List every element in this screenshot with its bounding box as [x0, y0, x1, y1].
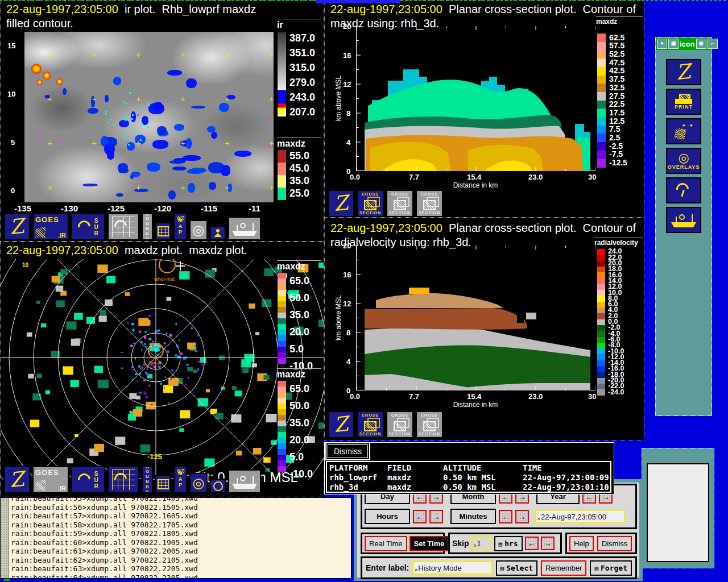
ppi-window: 22-aug-1997,23:05:00 maxdz plot. maxdz p…	[0, 242, 324, 497]
xs1-title-line2: maxdz using: rhb_3d.	[330, 17, 439, 30]
skip-back-button[interactable]: ←	[525, 537, 539, 550]
radar-overlay-speck	[140, 109, 142, 110]
overlays-button[interactable]: ◎OVERLAYS	[666, 148, 701, 174]
ship-button[interactable]	[228, 469, 261, 493]
table-cell: maxdz	[387, 473, 411, 482]
circle-button[interactable]	[210, 479, 226, 493]
cube-button[interactable]: CROSSSECTION	[416, 411, 443, 438]
zebra-desktop: 22-aug-1997,23:05:00 ir plot. Rhb_lowprf…	[0, 0, 728, 582]
rings-button[interactable]: ◎	[189, 473, 208, 493]
satellite-map[interactable]: ++++++++++++++++++++++++✶✶✶✶✶✶✶✶	[24, 32, 274, 202]
skip-units-menu[interactable]: ▤hrs	[494, 536, 523, 551]
convection-spot	[37, 80, 42, 85]
latlon-cross: +	[180, 139, 185, 147]
hours-button[interactable]: Hours	[365, 509, 410, 524]
platform-marker: ✶	[60, 139, 64, 144]
colorbar-block	[278, 330, 286, 335]
xsec-maxdz-plot[interactable]	[356, 26, 595, 171]
xs1-title-line1: 22-aug-1997,23:05:00 Planar cross-sectio…	[330, 3, 636, 16]
colorbar-block	[597, 389, 605, 396]
time-input[interactable]: 22-Aug-97,23:05:00^	[535, 510, 625, 523]
xterm-window[interactable]: rain:beaufait:55>xdump.all 970822.1405.x…	[0, 497, 351, 579]
rings-button[interactable]: ◎	[189, 220, 208, 240]
resize-icon[interactable]: ⌐	[708, 39, 718, 49]
satellite-button[interactable]	[666, 118, 701, 144]
zebra-logo-button[interactable]: Z	[4, 213, 30, 240]
ship-button[interactable]	[666, 207, 701, 233]
colorbar-block	[278, 386, 286, 392]
platform-marker: ✶	[136, 175, 140, 181]
colorbar-label: 5.0	[289, 343, 304, 355]
table-cell: 22-Aug-97,23:01:10	[523, 483, 609, 492]
zebra-logo-button[interactable]: Z	[4, 466, 30, 493]
forget-button[interactable]: ▤Forget	[590, 560, 632, 576]
time-mode-group: Real Time Set Time	[361, 533, 445, 554]
hours-next-button[interactable]: →	[429, 510, 443, 523]
icon-window-titlebar: ● ▤ icon ◉ ⌐	[656, 38, 712, 50]
iconify-icon[interactable]: ●	[657, 39, 667, 49]
ir-cold-cloud	[211, 132, 217, 139]
colorbar-block	[278, 273, 286, 278]
cube-button[interactable]: CROSSSECTION	[357, 411, 384, 438]
bounds-button[interactable]: BOUNDS	[142, 213, 153, 240]
xsec-radialvelocity-plot[interactable]	[356, 246, 595, 390]
svg-text:whoi-mst: whoi-mst	[154, 276, 175, 282]
cube-button[interactable]: CROSSSECTION	[386, 190, 413, 217]
icon-toolbar-window: ● ▤ icon ◉ ⌐ ZPRINT◎OVERLAYS	[655, 37, 712, 416]
cube-button[interactable]: CROSSSECTION	[416, 190, 443, 217]
colorbar-label: 55.0	[289, 150, 309, 162]
bounds-button[interactable]: BOUNDS	[142, 466, 153, 493]
goes-button[interactable]: GOES.IR	[32, 213, 69, 240]
menu-icon[interactable]: ▤	[668, 39, 679, 49]
grid-button[interactable]	[155, 475, 171, 493]
label-input[interactable]: History Mode^	[412, 561, 492, 575]
ship-button[interactable]	[228, 217, 261, 240]
skip-forward-button[interactable]: →	[541, 537, 555, 550]
grid-button[interactable]	[155, 222, 171, 240]
enter-label-text: Enter label:	[366, 563, 409, 572]
print-button[interactable]: PRINT	[666, 89, 701, 115]
zebra-logo-button[interactable]: Z	[328, 411, 354, 438]
radar-overlay-speck	[105, 111, 107, 113]
colorbar-block	[278, 318, 286, 324]
cube-button[interactable]: CROSSSECTION	[357, 190, 384, 217]
time-dismiss-button[interactable]: Dismiss	[597, 536, 632, 551]
sur-button[interactable]: SUR	[71, 213, 105, 240]
map-button[interactable]: MAP	[173, 213, 187, 240]
cube-button[interactable]: CROSSSECTION	[386, 411, 413, 438]
minutes-next-button[interactable]: →	[515, 510, 529, 523]
help-button[interactable]: Help	[569, 536, 594, 551]
sur-button[interactable]: SUR	[71, 466, 105, 493]
latlon-cross: +	[92, 139, 97, 147]
ppi-radar-plot[interactable]: whoi-mstb-125-810-125	[1, 259, 324, 480]
buoy-button[interactable]	[210, 226, 226, 240]
zebra-logo-button[interactable]: Z	[328, 190, 354, 217]
hours-prev-button[interactable]: ←	[413, 510, 427, 523]
colorbar-block	[278, 398, 286, 404]
minutes-button[interactable]: Minutes	[450, 509, 496, 524]
zebra-logo-button[interactable]: Z	[666, 59, 701, 85]
minutes-prev-button[interactable]: ←	[499, 510, 512, 523]
radar-dish-button[interactable]	[666, 177, 701, 203]
ir-cold-cloud	[234, 151, 251, 157]
dot-icon[interactable]: ◉	[696, 39, 706, 49]
colorbar-label: -12.5	[609, 158, 627, 167]
table-cell: rhb_3d	[329, 483, 358, 492]
convection-spot	[56, 78, 63, 85]
dismiss-button[interactable]: Dismiss	[328, 444, 368, 458]
real-time-button[interactable]: Real Time	[365, 536, 407, 551]
terminal-scrollbar[interactable]	[1, 498, 9, 578]
colorbar-block	[278, 163, 286, 175]
colorbar-label: -2.5	[609, 142, 623, 151]
griddish-button[interactable]	[107, 213, 139, 240]
select-button[interactable]: ▤Select	[496, 560, 538, 576]
griddish-button[interactable]	[107, 466, 139, 493]
radar-overlay-speck	[130, 127, 132, 128]
skip-input[interactable]: 1^	[471, 537, 492, 550]
colorbar-block	[278, 381, 286, 386]
map-y-tick: 15	[7, 41, 15, 50]
set-time-button[interactable]: Set Time	[410, 536, 449, 551]
goes-button[interactable]: GOES.IR	[32, 466, 69, 493]
remember-button[interactable]: Remember	[541, 560, 586, 576]
map-button[interactable]: MAP	[173, 466, 187, 493]
